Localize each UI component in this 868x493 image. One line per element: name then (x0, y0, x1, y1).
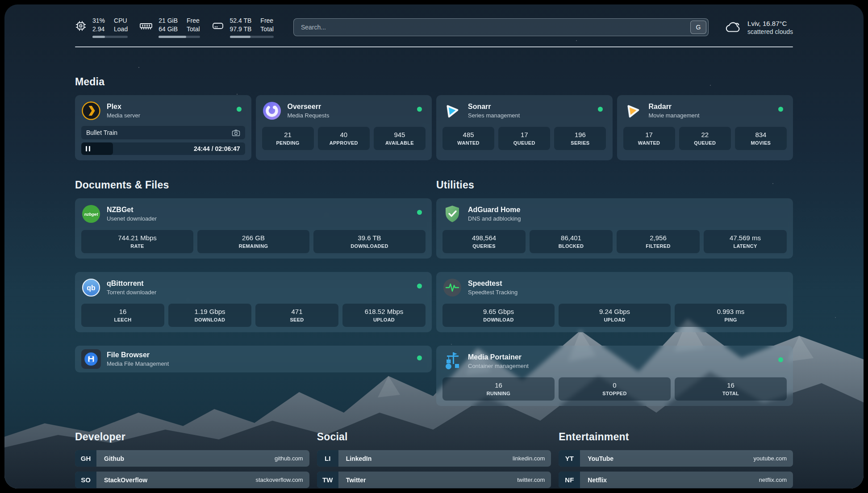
svg-text:qb: qb (87, 284, 96, 292)
qbittorrent-subtitle: Torrent downloader (107, 289, 156, 296)
plex-card[interactable]: Plex Media server Bullet Train (75, 95, 251, 160)
linkedin-tag: LI (317, 450, 338, 467)
plex-player-bar: 24:44 / 02:06:47 (81, 142, 245, 155)
link-netflix[interactable]: NF Netflix netflix.com (559, 472, 793, 488)
sonarr-stat-series: 196 SERIES (554, 127, 606, 150)
qbittorrent-stat-leech: 16 LEECH (81, 304, 164, 327)
link-youtube[interactable]: YT YouTube youtube.com (559, 450, 793, 467)
plex-now-playing-row: Bullet Train (81, 126, 245, 139)
portainer-stat-total: 16 TOTAL (675, 377, 787, 401)
cpu-label-bottom: Load (114, 25, 128, 33)
topbar-divider (75, 46, 793, 47)
netflix-url: netflix.com (759, 472, 793, 488)
sonarr-status-dot (598, 107, 603, 112)
social-section-title: Social (317, 431, 551, 443)
nzbget-title: NZBGet (107, 206, 157, 214)
sonarr-card[interactable]: Sonarr Series management 485 WANTED 17 Q… (436, 95, 613, 160)
youtube-label: YouTube (580, 450, 613, 467)
nzbget-card[interactable]: nzbget NZBGet Usenet downloader 744.21 M… (75, 198, 432, 259)
radarr-stat-queued: 22 QUEUED (679, 127, 731, 150)
portainer-card[interactable]: Media Portainer Container management 16 … (436, 346, 793, 406)
radarr-icon (623, 101, 643, 121)
qbittorrent-status-dot (417, 284, 422, 288)
search-input[interactable] (293, 18, 709, 36)
nzbget-icon: nzbget (81, 204, 101, 224)
speedtest-subtitle: Speedtest Tracking (468, 289, 517, 296)
qbittorrent-title: qBittorrent (107, 280, 156, 288)
stackoverflow-tag: SO (75, 472, 96, 488)
overseerr-title: Overseerr (288, 103, 330, 111)
plex-title: Plex (107, 103, 140, 111)
link-stackoverflow[interactable]: SO StackOverflow stackoverflow.com (75, 472, 309, 488)
storage-label-top: Free (260, 17, 274, 25)
storage-widget: 52.4 TB 97.9 TB Free Total (212, 17, 274, 38)
plex-icon (81, 101, 101, 121)
portainer-status-dot (778, 357, 783, 362)
section-developer: Developer GH Github github.com SO StackO… (75, 431, 309, 489)
qbittorrent-icon: qb (81, 278, 101, 297)
section-social: Social LI LinkedIn linkedin.com TW Twitt… (317, 431, 551, 489)
twitter-url: twitter.com (517, 472, 551, 488)
filebrowser-card[interactable]: File Browser Media File Management (75, 346, 432, 372)
adguard-title: AdGuard Home (468, 206, 521, 214)
cpu-progress-fill (92, 36, 105, 38)
radarr-card[interactable]: Radarr Movie management 17 WANTED 22 QUE… (617, 95, 793, 160)
netflix-label: Netflix (580, 472, 607, 488)
search-engine-button[interactable]: G (690, 21, 706, 34)
filebrowser-subtitle: Media File Management (107, 360, 169, 367)
cpu-load: 2.94 (92, 25, 105, 33)
memory-label-top: Free (187, 17, 200, 25)
overseerr-stat-pending: 21 PENDING (262, 127, 314, 150)
github-tag: GH (75, 450, 96, 467)
cpu-progress-track (92, 36, 128, 38)
memory-progress-fill (159, 36, 186, 38)
speedtest-card[interactable]: Speedtest Speedtest Tracking 9.65 Gbps D… (436, 272, 793, 332)
cloud-icon (724, 20, 742, 35)
speedtest-stat-upload: 9.24 Gbps UPLOAD (559, 304, 671, 327)
entertainment-section-title: Entertainment (559, 431, 793, 443)
plex-now-playing-title: Bullet Train (86, 129, 117, 136)
portainer-title: Media Portainer (468, 353, 529, 361)
nzbget-status-dot (417, 210, 422, 215)
plex-subtitle: Media server (107, 112, 140, 119)
stackoverflow-label: StackOverflow (96, 472, 147, 488)
sonarr-icon (442, 101, 462, 121)
youtube-tag: YT (559, 450, 580, 467)
weather-condition: scattered clouds (747, 28, 793, 35)
stackoverflow-url: stackoverflow.com (255, 472, 309, 488)
adguard-subtitle: DNS and adblocking (468, 215, 521, 222)
radarr-stat-movies: 834 MOVIES (735, 127, 787, 150)
speedtest-pulse-icon (442, 278, 462, 297)
overseerr-card[interactable]: Overseerr Media Requests 21 PENDING 40 A… (256, 95, 432, 160)
section-utilities: Utilities AdGuard (436, 179, 793, 419)
qbittorrent-stat-download: 1.19 Gbps DOWNLOAD (168, 304, 251, 327)
memory-label-bottom: Total (187, 25, 200, 33)
dashboard-frame: 31% 2.94 CPU Load (4, 4, 864, 489)
qbittorrent-card[interactable]: qb qBittorrent Torrent downloader 16 LEE… (75, 272, 432, 332)
cpu-widget: 31% 2.94 CPU Load (75, 17, 128, 38)
sonarr-stat-queued: 17 QUEUED (498, 127, 550, 150)
linkedin-label: LinkedIn (338, 450, 372, 467)
link-github[interactable]: GH Github github.com (75, 450, 309, 467)
netflix-tag: NF (559, 472, 580, 488)
svg-text:nzbget: nzbget (84, 212, 98, 217)
pause-icon[interactable] (86, 146, 90, 151)
camera-icon (232, 129, 240, 137)
link-linkedin[interactable]: LI LinkedIn linkedin.com (317, 450, 551, 467)
overseerr-stat-approved: 40 APPROVED (318, 127, 370, 150)
memory-free: 21 GiB (159, 17, 178, 25)
link-twitter[interactable]: TW Twitter twitter.com (317, 472, 551, 488)
plex-playback-time: 24:44 / 02:06:47 (194, 145, 240, 152)
qbittorrent-stat-seed: 471 SEED (255, 304, 338, 327)
github-label: Github (96, 450, 124, 467)
qbittorrent-stat-upload: 618.52 Mbps UPLOAD (342, 304, 426, 327)
nzbget-stat-remaining: 266 GB REMAINING (197, 230, 309, 253)
adguard-card[interactable]: AdGuard Home DNS and adblocking 498,564 … (436, 198, 793, 259)
portainer-crane-icon (442, 351, 462, 371)
developer-section-title: Developer (75, 431, 309, 443)
search-box: G (293, 18, 709, 36)
nzbget-stat-rate: 744.21 Mbps RATE (81, 230, 193, 253)
linkedin-url: linkedin.com (513, 450, 551, 467)
sonarr-stat-wanted: 485 WANTED (442, 127, 494, 150)
radarr-stat-wanted: 17 WANTED (623, 127, 675, 150)
